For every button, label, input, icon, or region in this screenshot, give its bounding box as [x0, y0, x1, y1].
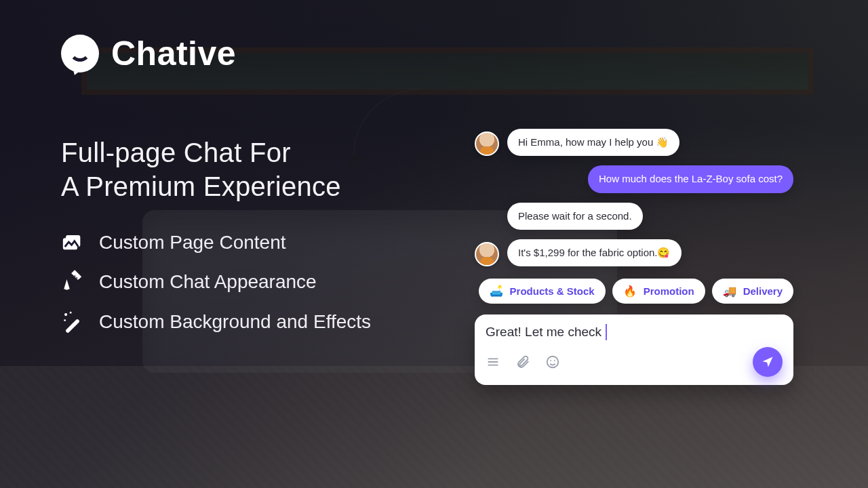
chat-row-agent: Hi Emma, how may I help you 👋 — [475, 129, 793, 156]
quick-reply-chips: 🛋️ Products & Stock 🔥 Promotion 🚚 Delive… — [475, 279, 793, 304]
emoji-icon[interactable] — [545, 354, 560, 369]
hero-stage: Chative Full-page Chat For A Premium Exp… — [0, 0, 868, 488]
chat-composer[interactable]: Great! Let me check — [475, 314, 793, 385]
composer-draft-text: Great! Let me check — [486, 325, 601, 340]
svg-rect-2 — [71, 270, 81, 281]
feature-label: Custom Chat Appearance — [99, 270, 317, 294]
truck-icon: 🚚 — [723, 285, 736, 298]
magic-wand-icon — [61, 310, 84, 333]
svg-point-4 — [64, 313, 67, 316]
chip-promotion[interactable]: 🔥 Promotion — [612, 279, 705, 304]
composer-toolbar — [486, 347, 783, 377]
brand-logo-icon — [61, 35, 99, 73]
svg-point-6 — [64, 319, 66, 321]
svg-point-8 — [550, 360, 551, 361]
feature-list: Custom Page Content Custom Chat Appearan… — [61, 230, 371, 334]
svg-point-7 — [547, 357, 559, 368]
fire-icon: 🔥 — [623, 285, 637, 298]
svg-point-5 — [70, 312, 72, 314]
chip-label: Delivery — [743, 285, 783, 297]
composer-input[interactable]: Great! Let me check — [486, 324, 783, 340]
avatar — [475, 242, 499, 266]
chat-bubble-agent: Hi Emma, how may I help you 👋 — [507, 129, 679, 156]
svg-point-9 — [554, 360, 555, 361]
headline-line-1: Full-page Chat For — [61, 136, 341, 169]
feature-item: Custom Page Content — [61, 230, 371, 255]
chip-label: Products & Stock — [510, 285, 595, 297]
feature-item: Custom Chat Appearance — [61, 270, 371, 294]
chat-bubble-agent: Please wait for a second. — [507, 203, 643, 230]
pencil-ruler-icon — [61, 270, 84, 293]
text-caret — [606, 324, 607, 340]
feature-label: Custom Background and Effects — [99, 310, 371, 334]
chat-preview: Hi Emma, how may I help you 👋 How much d… — [475, 129, 793, 385]
feature-label: Custom Page Content — [99, 230, 286, 255]
chat-bubble-me: How much does the La-Z-Boy sofa cost? — [588, 165, 793, 192]
bg-lamp — [353, 88, 434, 224]
attachment-icon[interactable] — [515, 354, 530, 369]
chat-row-agent: It's $1,299 for the fabric option.😋 — [475, 239, 793, 266]
chip-delivery[interactable]: 🚚 Delivery — [712, 279, 793, 304]
brand-name: Chative — [111, 34, 236, 73]
feature-item: Custom Background and Effects — [61, 310, 371, 334]
sofa-icon: 🛋️ — [490, 285, 503, 298]
avatar — [475, 131, 499, 156]
page-headline: Full-page Chat For A Premium Experience — [61, 136, 341, 203]
svg-rect-3 — [65, 319, 80, 333]
images-icon — [61, 230, 84, 253]
chip-products[interactable]: 🛋️ Products & Stock — [479, 279, 606, 304]
menu-icon[interactable] — [486, 354, 500, 369]
brand: Chative — [61, 34, 236, 73]
chat-bubble-agent: It's $1,299 for the fabric option.😋 — [507, 239, 682, 266]
chat-row-agent: Please wait for a second. — [475, 203, 793, 230]
send-button[interactable] — [753, 347, 783, 377]
chip-label: Promotion — [644, 285, 694, 297]
chat-row-me: How much does the La-Z-Boy sofa cost? — [475, 165, 793, 192]
headline-line-2: A Premium Experience — [61, 169, 341, 203]
